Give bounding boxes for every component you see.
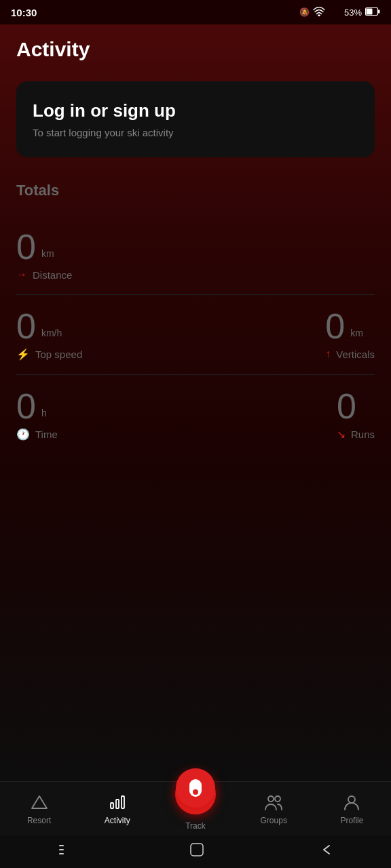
svg-rect-4 — [337, 8, 339, 16]
status-time: 10:30 — [11, 7, 37, 18]
topspeed-icon: ⚡ — [16, 348, 30, 361]
track-icon — [175, 774, 216, 814]
distance-unit: km — [41, 248, 54, 264]
time-value: 0 — [16, 389, 36, 424]
svg-rect-12 — [122, 796, 124, 808]
time-runs-row: 0 h 🕐 Time 0 ↘ — [16, 375, 375, 454]
speed-verticals-row: 0 km/h ⚡ Top speed 0 km — [16, 295, 375, 375]
speed-verticals-pair: 0 km/h ⚡ Top speed 0 km — [16, 309, 375, 361]
topspeed-value: 0 — [16, 309, 36, 344]
login-card-subtitle: To start logging your ski activity — [33, 127, 358, 138]
time-label: Time — [35, 429, 58, 440]
distance-stat: 0 km → Distance — [16, 229, 375, 281]
distance-label: Distance — [33, 269, 72, 281]
runs-icon: ↘ — [337, 428, 346, 441]
login-card-title: Log in or sign up — [33, 100, 358, 121]
battery-icon — [365, 7, 380, 18]
time-stat: 0 h 🕐 Time — [16, 389, 58, 441]
signal-icon — [329, 7, 341, 18]
svg-rect-1 — [329, 12, 331, 16]
stats-grid: 0 km → Distance 0 km/h — [16, 216, 375, 454]
bottom-nav: Resort Activity Track — [0, 781, 391, 835]
status-icons: 🔕 53% — [299, 7, 380, 18]
android-home-btn[interactable] — [189, 842, 205, 862]
nav-item-groups[interactable]: Groups — [235, 793, 313, 825]
android-menu-btn[interactable] — [58, 843, 74, 861]
nav-label-profile: Profile — [340, 816, 363, 825]
time-runs-pair: 0 h 🕐 Time 0 ↘ — [16, 389, 375, 441]
runs-stat: 0 ↘ Runs — [337, 389, 375, 441]
runs-value: 0 — [337, 389, 356, 424]
svg-point-13 — [268, 796, 274, 802]
distance-value: 0 — [16, 229, 36, 264]
svg-rect-11 — [116, 800, 119, 808]
totals-section: Totals 0 km → Distance — [16, 182, 375, 454]
main-content: Activity Log in or sign up To start logg… — [0, 24, 391, 781]
nav-label-track: Track — [185, 821, 206, 831]
verticals-icon: ↑ — [325, 348, 331, 360]
nav-item-resort[interactable]: Resort — [0, 793, 78, 825]
runs-label: Runs — [351, 429, 375, 440]
status-bar: 10:30 🔕 53% — [0, 0, 391, 24]
svg-rect-2 — [331, 11, 333, 16]
topspeed-stat: 0 km/h ⚡ Top speed — [16, 309, 82, 361]
activity-icon — [108, 793, 127, 812]
distance-icon: → — [16, 269, 27, 281]
profile-icon — [342, 793, 361, 812]
svg-rect-7 — [378, 9, 380, 13]
time-icon: 🕐 — [16, 428, 30, 441]
topspeed-label: Top speed — [35, 349, 82, 360]
battery-text: 53% — [344, 7, 362, 18]
android-nav — [0, 835, 391, 868]
verticals-label: Verticals — [336, 349, 375, 360]
wifi-icon — [313, 7, 325, 18]
nav-item-activity[interactable]: Activity — [78, 793, 156, 825]
svg-rect-8 — [367, 8, 373, 14]
resort-icon — [30, 793, 49, 812]
verticals-stat: 0 km ↑ Verticals — [325, 309, 375, 360]
nav-label-resort: Resort — [27, 816, 51, 825]
totals-title: Totals — [16, 182, 375, 199]
svg-rect-19 — [191, 844, 203, 856]
topspeed-unit: km/h — [41, 328, 62, 344]
nav-item-profile[interactable]: Profile — [313, 793, 391, 825]
login-card[interactable]: Log in or sign up To start logging your … — [16, 81, 375, 157]
svg-rect-3 — [334, 9, 336, 16]
svg-point-0 — [318, 15, 320, 16]
svg-rect-10 — [111, 803, 113, 808]
svg-point-14 — [275, 796, 280, 802]
nav-item-track[interactable]: Track — [156, 787, 234, 831]
verticals-unit: km — [350, 328, 363, 344]
svg-marker-9 — [32, 796, 47, 808]
mute-icon: 🔕 — [299, 7, 310, 17]
nav-label-activity: Activity — [105, 816, 130, 825]
svg-point-15 — [348, 796, 355, 803]
verticals-value: 0 — [325, 309, 345, 344]
svg-rect-5 — [339, 7, 341, 16]
groups-icon — [264, 793, 283, 812]
android-back-btn[interactable] — [320, 842, 333, 862]
distance-row: 0 km → Distance — [16, 216, 375, 295]
nav-label-groups: Groups — [261, 816, 287, 825]
time-unit: h — [41, 408, 47, 424]
page-title: Activity — [16, 38, 375, 61]
